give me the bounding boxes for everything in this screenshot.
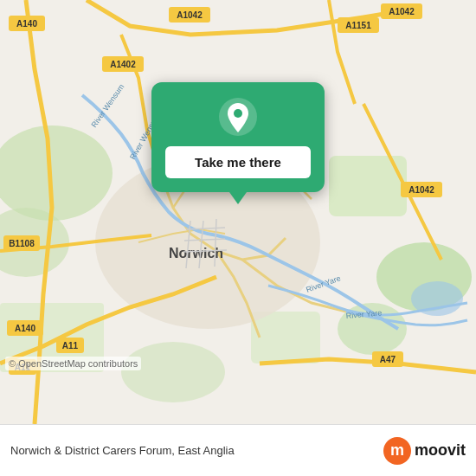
svg-text:A140: A140 xyxy=(15,324,35,333)
map-container: A140 A140 A1042 A1042 A1151 A1402 B1108 … xyxy=(0,0,476,424)
svg-point-7 xyxy=(121,342,225,402)
footer: Norwich & District Carers Forum, East An… xyxy=(0,424,476,476)
svg-text:A1402: A1402 xyxy=(110,60,136,69)
region: East Anglia xyxy=(178,444,235,457)
svg-text:A47: A47 xyxy=(380,355,396,364)
svg-rect-8 xyxy=(251,312,320,363)
svg-text:B1108: B1108 xyxy=(9,239,35,248)
svg-point-45 xyxy=(234,109,242,118)
location-pin-icon xyxy=(219,98,257,136)
svg-point-36 xyxy=(411,281,463,316)
take-me-there-button[interactable]: Take me there xyxy=(165,146,311,178)
region-separator: , xyxy=(171,444,177,457)
location-popup: Take me there xyxy=(151,82,325,192)
svg-text:A11: A11 xyxy=(62,341,79,351)
moovit-logo: m moovit xyxy=(383,437,466,465)
footer-location-text: Norwich & District Carers Forum, East An… xyxy=(10,444,376,457)
osm-credit: © OpenStreetMap contributors xyxy=(5,357,141,370)
moovit-logo-icon: m xyxy=(383,437,411,465)
svg-text:A1042: A1042 xyxy=(408,185,434,195)
location-name: Norwich & District Carers Forum xyxy=(10,444,171,457)
svg-text:A1042: A1042 xyxy=(177,10,203,20)
svg-text:A1151: A1151 xyxy=(345,21,371,30)
svg-text:A140: A140 xyxy=(16,19,37,29)
svg-text:A1042: A1042 xyxy=(389,7,415,16)
moovit-logo-text: moovit xyxy=(415,441,466,460)
